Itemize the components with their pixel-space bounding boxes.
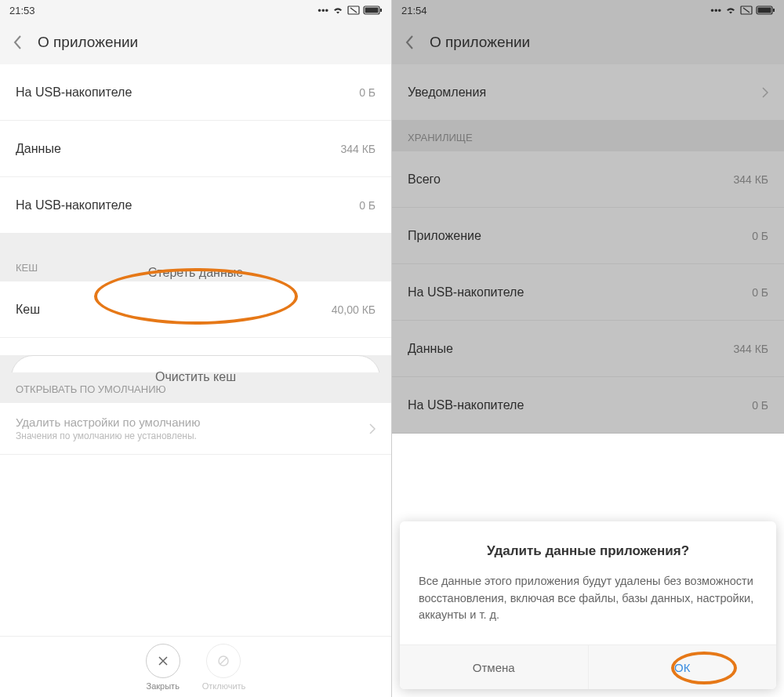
disable-icon <box>217 655 230 667</box>
button-label: Очистить кеш <box>155 370 236 384</box>
svg-rect-7 <box>758 8 771 13</box>
chevron-right-icon <box>762 87 768 98</box>
row-value: 344 КБ <box>733 343 768 355</box>
bottom-bar: Закрыть Отключить <box>0 636 391 697</box>
button-label: Отмена <box>473 661 515 674</box>
storage-list: На USB-накопителе 0 Б Данные 344 КБ На U… <box>0 64 391 234</box>
svg-rect-8 <box>773 9 775 12</box>
row-usb-1[interactable]: На USB-накопителе 0 Б <box>0 64 391 121</box>
row-value: 344 КБ <box>733 173 768 186</box>
row-label: Всего <box>408 172 441 187</box>
row-label: Данные <box>16 142 61 156</box>
row-usb-2[interactable]: На USB-накопителе 0 Б <box>392 377 784 434</box>
disable-button[interactable]: Отключить <box>202 644 246 691</box>
row-label: На USB-накопителе <box>16 85 132 100</box>
defaults-sub: Значения по умолчанию не установлены. <box>16 430 200 441</box>
row-value: 0 Б <box>752 230 768 242</box>
phone-right-screen: 21:54 ••• О приложении Уведомления ХРАНИ… <box>392 0 784 697</box>
row-data[interactable]: Данные 344 КБ <box>392 321 784 377</box>
row-value: 344 КБ <box>340 143 376 155</box>
status-icons: ••• <box>710 5 775 16</box>
back-icon[interactable] <box>405 34 414 50</box>
header: О приложении <box>0 20 391 64</box>
row-total[interactable]: Всего 344 КБ <box>392 151 784 208</box>
header: О приложении <box>392 20 784 64</box>
page-title: О приложении <box>430 34 530 51</box>
more-icon: ••• <box>710 5 721 16</box>
wifi-icon <box>724 5 737 15</box>
dimmed-background: 21:54 ••• О приложении Уведомления ХРАНИ… <box>392 0 784 434</box>
row-value: 0 Б <box>359 86 376 99</box>
confirm-dialog: Удалить данные приложения? Все данные эт… <box>400 521 776 689</box>
page-title: О приложении <box>38 34 138 51</box>
row-clear-defaults[interactable]: Удалить настройки по умолчанию Значения … <box>0 403 391 455</box>
row-label: Данные <box>408 342 453 356</box>
dialog-message: Все данные этого приложения будут удален… <box>419 573 757 624</box>
defaults-title: Удалить настройки по умолчанию <box>16 416 200 429</box>
status-bar: 21:53 ••• <box>0 0 391 20</box>
bottom-label: Отключить <box>202 681 246 691</box>
row-label: На USB-накопителе <box>16 198 132 212</box>
row-notifications[interactable]: Уведомления <box>392 64 784 121</box>
status-icons: ••• <box>318 5 382 16</box>
status-time: 21:54 <box>401 5 427 16</box>
button-label: Стереть данные <box>148 266 243 280</box>
section-gap: Стереть данные <box>0 234 391 251</box>
battery-icon <box>756 5 775 15</box>
row-app[interactable]: Приложение 0 Б <box>392 208 784 264</box>
row-label: Кеш <box>16 303 40 317</box>
ok-button[interactable]: ОК <box>589 645 777 689</box>
status-time: 21:53 <box>9 5 35 16</box>
bottom-label: Закрыть <box>147 681 180 691</box>
no-sim-icon <box>347 5 360 15</box>
close-button[interactable]: Закрыть <box>146 644 180 691</box>
battery-icon <box>363 5 382 15</box>
row-label: Приложение <box>408 229 481 243</box>
row-usb-2[interactable]: На USB-накопителе 0 Б <box>0 177 391 234</box>
back-icon[interactable] <box>13 34 22 50</box>
row-value: 40,00 КБ <box>332 303 376 316</box>
section-gap: Очистить кеш <box>0 355 391 372</box>
phone-left-screen: 21:53 ••• О приложении На USB-накопителе… <box>0 0 392 697</box>
cancel-button[interactable]: Отмена <box>400 645 589 689</box>
chevron-right-icon <box>369 423 376 434</box>
svg-rect-3 <box>380 9 382 12</box>
close-icon <box>157 655 169 667</box>
row-usb[interactable]: На USB-накопителе 0 Б <box>392 264 784 321</box>
status-bar: 21:54 ••• <box>392 0 784 20</box>
no-sim-icon <box>740 5 753 15</box>
more-icon: ••• <box>318 5 328 16</box>
row-label: На USB-накопителе <box>408 285 524 299</box>
wifi-icon <box>332 5 344 15</box>
row-data[interactable]: Данные 344 КБ <box>0 121 391 177</box>
row-value: 0 Б <box>752 399 768 412</box>
row-label: Уведомления <box>408 85 486 100</box>
dialog-buttons: Отмена ОК <box>400 644 776 689</box>
row-value: 0 Б <box>752 286 768 299</box>
svg-rect-2 <box>365 8 379 13</box>
section-storage-header: ХРАНИЛИЩЕ <box>392 121 784 151</box>
button-label: ОК <box>674 661 690 674</box>
row-value: 0 Б <box>359 199 376 212</box>
row-cache[interactable]: Кеш 40,00 КБ <box>0 281 391 338</box>
dialog-title: Удалить данные приложения? <box>419 543 757 559</box>
row-label: На USB-накопителе <box>408 398 524 412</box>
